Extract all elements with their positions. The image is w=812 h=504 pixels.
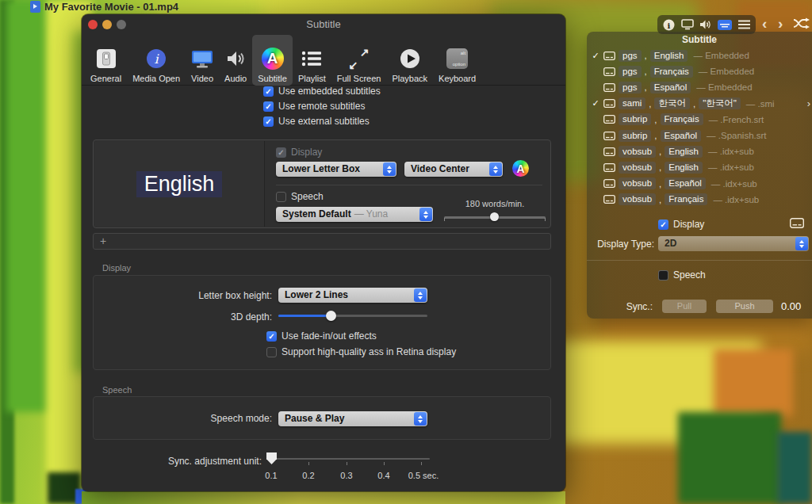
tab-full-screen[interactable]: ↗↙ Full Screen <box>331 35 387 86</box>
tab-playlist[interactable]: Playlist <box>293 35 331 86</box>
use-external-subtitles-checkbox[interactable]: ✓ Use external subtitles <box>263 116 370 127</box>
subtitle-track-icon <box>603 132 615 140</box>
checkbox[interactable]: ✓ <box>658 220 668 230</box>
tab-general[interactable]: General <box>85 35 127 86</box>
chevron-right-icon[interactable]: › <box>807 97 810 109</box>
divider <box>276 185 542 185</box>
sync-push-button[interactable]: Push <box>716 300 773 313</box>
slider-knob[interactable] <box>490 212 499 221</box>
subtitle-display-icon[interactable] <box>790 217 804 231</box>
general-icon <box>96 46 117 71</box>
font-style-icon[interactable]: A <box>512 160 529 177</box>
letterbox-height-label: Letter box height: <box>94 290 272 301</box>
subtitle-panel-icon[interactable] <box>718 20 732 30</box>
horizontal-position-dropdown[interactable]: Video Center <box>404 162 503 177</box>
track-row[interactable]: vobsub, English — .idx+sub <box>587 143 812 159</box>
add-style-button[interactable]: + <box>100 235 106 247</box>
display-type-dropdown[interactable]: 2D <box>658 236 809 251</box>
playlist-icon <box>301 46 322 71</box>
stepper-icon <box>795 237 808 250</box>
hud-panel-title: Subtitle <box>587 34 812 45</box>
track-row[interactable]: subrip, Español — .Spanish.srt <box>587 128 812 143</box>
next-track-icon[interactable]: › <box>778 14 783 33</box>
track-row[interactable]: vobsub, English — .idx+sub <box>587 159 812 175</box>
subtitle-style-list-row[interactable]: + <box>93 233 551 250</box>
tab-video[interactable]: Video <box>186 35 219 86</box>
speech-mode-label: Speech mode: <box>94 413 272 424</box>
checkbox[interactable]: ✓ <box>263 101 274 112</box>
checkbox[interactable]: ✓ <box>266 331 277 342</box>
check-icon: ✓ <box>591 51 600 61</box>
depth-label: 3D depth: <box>94 311 272 323</box>
depth-slider[interactable] <box>278 309 427 322</box>
sync-pull-button[interactable]: Pull <box>662 300 707 313</box>
speech-rate-slider[interactable] <box>444 212 546 223</box>
slider-fill <box>278 315 331 317</box>
slider-knob[interactable] <box>326 311 336 321</box>
previous-track-icon[interactable]: ‹ <box>762 14 767 33</box>
slider-knob[interactable] <box>266 452 277 464</box>
subtitle-track-icon <box>603 99 615 108</box>
checkbox[interactable]: ✓ <box>276 147 286 158</box>
checkbox[interactable]: ✓ <box>263 116 274 127</box>
sync-unit-slider[interactable] <box>266 452 457 472</box>
display-device-icon[interactable] <box>681 19 694 30</box>
preview-display-checkbox[interactable]: ✓ Display <box>276 147 322 158</box>
stepper-icon <box>489 162 502 176</box>
subtitle-track-icon <box>603 195 615 204</box>
track-row[interactable]: ✓ pgs, English — Embedded <box>587 48 812 63</box>
checkbox[interactable] <box>658 270 668 281</box>
subtitle-preview-pane: English <box>94 141 265 227</box>
checkbox[interactable]: ✓ <box>263 86 274 97</box>
stepper-icon <box>383 162 396 176</box>
tab-media-open[interactable]: i Media Open <box>127 35 186 86</box>
track-row[interactable]: subrip, Français — .French.srt <box>587 112 812 128</box>
subtitle-track-icon <box>603 67 615 76</box>
keyboard-option-key-icon: altoption <box>446 46 468 71</box>
retina-ass-checkbox[interactable]: Support high-quality ass in Retina displ… <box>266 346 456 357</box>
use-embedded-subtitles-checkbox[interactable]: ✓ Use embedded subtitles <box>263 86 381 97</box>
letterbox-height-dropdown[interactable]: Lower 2 Lines <box>278 288 427 303</box>
speech-section-title: Speech <box>102 385 132 395</box>
use-remote-subtitles-checkbox[interactable]: ✓ Use remote subtitles <box>263 101 365 112</box>
track-row[interactable]: pgs, Français — Embedded <box>587 63 812 79</box>
voice-dropdown[interactable]: System Default— Yuna <box>276 207 433 222</box>
display-section-box: Letter box height: Lower 2 Lines 3D dept… <box>93 275 551 370</box>
speech-mode-dropdown[interactable]: Pause & Play <box>278 411 427 426</box>
fade-effects-checkbox[interactable]: ✓ Use fade-in/out effects <box>266 330 377 342</box>
vertical-position-dropdown[interactable]: Lower Letter Box <box>276 162 396 177</box>
tab-subtitle[interactable]: A Subtitle <box>252 35 293 86</box>
titlebar[interactable]: Subtitle <box>82 14 565 32</box>
divider <box>587 260 812 261</box>
window-title: Subtitle <box>82 18 565 30</box>
subtitle-track-icon <box>603 147 615 156</box>
info-icon[interactable]: i <box>663 19 675 31</box>
subtitle-track-list: ✓ pgs, English — Embedded pgs, Français … <box>587 48 812 208</box>
stepper-icon <box>414 288 427 302</box>
preview-speech-checkbox[interactable]: Speech <box>276 191 324 202</box>
track-row[interactable]: vobsub, Español — .idx+sub <box>587 176 812 192</box>
media-open-icon: i <box>146 46 167 71</box>
display-section-title: Display <box>102 263 131 273</box>
tab-keyboard[interactable]: altoption Keyboard <box>433 35 481 86</box>
checkbox[interactable] <box>266 347 277 357</box>
track-row[interactable]: ✓ sami, 한국어, "한국어" — .smi › <box>587 96 812 112</box>
track-row[interactable]: vobsub, Français — .idx+sub <box>587 192 812 208</box>
tab-playback[interactable]: Playback <box>386 35 433 86</box>
volume-icon[interactable] <box>699 19 712 30</box>
subtitle-track-icon <box>603 163 615 172</box>
svg-text:i: i <box>668 21 671 29</box>
subtitle-track-icon <box>603 83 615 92</box>
checkbox[interactable] <box>276 192 286 202</box>
shuffle-icon[interactable] <box>793 17 812 32</box>
full-screen-arrows-icon: ↗↙ <box>349 46 370 71</box>
slider-track[interactable] <box>266 458 430 460</box>
hud-speech-checkbox[interactable]: Speech <box>658 269 706 281</box>
sync-value: 0.00 <box>781 300 801 312</box>
movie-title-text: My Favorite Movie - 01.mp4 <box>44 1 178 13</box>
track-row[interactable]: pgs, Español — Embedded <box>587 79 812 95</box>
subtitle-track-icon <box>603 52 615 60</box>
hud-display-checkbox[interactable]: ✓ Display <box>658 219 704 230</box>
playlist-panel-icon[interactable] <box>738 20 750 29</box>
tab-audio[interactable]: Audio <box>219 35 252 86</box>
